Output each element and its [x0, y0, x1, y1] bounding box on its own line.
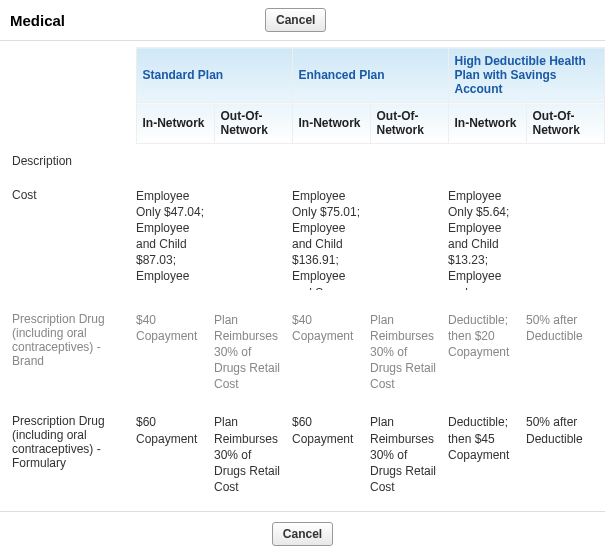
cell [214, 178, 292, 300]
row-label-description: Description [6, 144, 136, 178]
cell: Deductible; then $20 Copayment [448, 300, 526, 403]
row-label-cost: Cost [6, 178, 136, 300]
cost-text: Employee Only $5.64; Employee and Child … [448, 188, 520, 290]
cell: $60 Copayment [136, 402, 214, 505]
plan-header-enhanced[interactable]: Enhanced Plan [292, 48, 448, 103]
cell: 50% after Deductible [526, 402, 604, 505]
net-header: Out-Of-Network [214, 103, 292, 144]
cell: Deductible; then $45 Copayment [448, 402, 526, 505]
table-row: Prescription Drug (including oral contra… [6, 402, 604, 505]
comparison-table: Standard Plan Enhanced Plan High Deducti… [6, 47, 605, 505]
comparison-table-wrap: Standard Plan Enhanced Plan High Deducti… [0, 41, 605, 512]
table-row: Prescription Drug (including oral contra… [6, 300, 604, 403]
cell: $60 Copayment [292, 402, 370, 505]
cell [214, 144, 292, 178]
net-header: In-Network [448, 103, 526, 144]
cell: Plan Reimburses 30% of Drugs Retail Cost [214, 402, 292, 505]
net-header: In-Network [292, 103, 370, 144]
cost-text: Employee Only $47.04; Employee and Child… [136, 188, 208, 285]
row-label-rx-formulary: Prescription Drug (including oral contra… [6, 402, 136, 505]
cell [292, 144, 370, 178]
row-label-rx-brand: Prescription Drug (including oral contra… [6, 300, 136, 403]
network-header-row: In-Network Out-Of-Network In-Network Out… [6, 103, 604, 144]
cell: Plan Reimburses 30% of Drugs Retail Cost [370, 300, 448, 403]
cancel-button[interactable]: Cancel [265, 8, 326, 32]
cell [448, 144, 526, 178]
network-header-spacer [6, 103, 136, 144]
cell: Plan Reimburses 30% of Drugs Retail Cost [370, 402, 448, 505]
net-header: Out-Of-Network [526, 103, 604, 144]
cell: Employee Only $47.04; Employee and Child… [136, 178, 214, 300]
cell: $40 Copayment [292, 300, 370, 403]
cell [136, 144, 214, 178]
cancel-button[interactable]: Cancel [272, 522, 333, 546]
cell: 50% after Deductible [526, 300, 604, 403]
cell: $40 Copayment [136, 300, 214, 403]
net-header: Out-Of-Network [370, 103, 448, 144]
cell [526, 178, 604, 300]
cell: Plan Reimburses 30% of Drugs Retail Cost [214, 300, 292, 403]
cell [526, 144, 604, 178]
cell [370, 144, 448, 178]
table-row: Description [6, 144, 604, 178]
page-footer: Cancel [0, 512, 605, 552]
cell: Employee Only $5.64; Employee and Child … [448, 178, 526, 300]
net-header: In-Network [136, 103, 214, 144]
cell [370, 178, 448, 300]
page-header: Medical Cancel [0, 0, 605, 41]
cost-text: Employee Only $75.01; Employee and Child… [292, 188, 364, 290]
cell: Employee Only $75.01; Employee and Child… [292, 178, 370, 300]
table-row: Cost Employee Only $47.04; Employee and … [6, 178, 604, 300]
plan-header-spacer [6, 48, 136, 103]
plan-header-standard[interactable]: Standard Plan [136, 48, 292, 103]
plan-header-row: Standard Plan Enhanced Plan High Deducti… [6, 48, 604, 103]
page-title: Medical [10, 12, 65, 29]
plan-header-hdhp[interactable]: High Deductible Health Plan with Savings… [448, 48, 604, 103]
